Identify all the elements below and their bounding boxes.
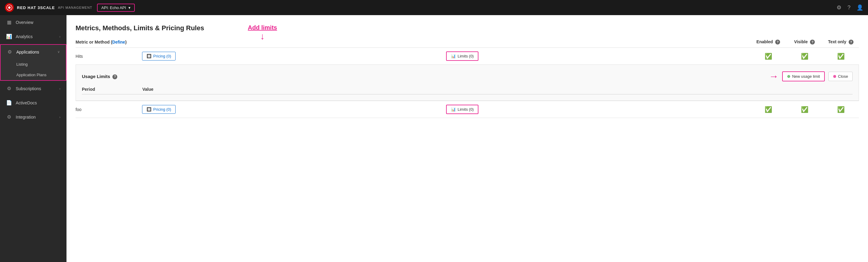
metric-suffix: ) [125, 40, 127, 45]
enabled-cell-hits: ✅ [750, 53, 786, 60]
visible-cell-foo: ✅ [786, 106, 823, 113]
sidebar-item-label: Applications [16, 50, 54, 55]
new-usage-arrow-icon: → [769, 71, 779, 82]
metric-name-hits: Hits [75, 54, 142, 59]
api-selector[interactable]: API: Echo API ▾ [97, 4, 135, 12]
caret-icon: ▾ [128, 5, 130, 10]
chevron-right-icon: › [59, 115, 60, 119]
metric-row-hits: Hits 🔲 Pricing (0) 📊 Limits (0) ✅ [75, 48, 859, 101]
textonly-check-foo: ✅ [837, 106, 845, 113]
sidebar-sub-item-application-plans[interactable]: Application Plans [1, 69, 66, 80]
add-limits-arrow: ↓ [260, 32, 265, 41]
textonly-check-hits: ✅ [837, 53, 845, 60]
limits-chart-icon-foo: 📊 [451, 107, 456, 112]
col-metric-header: Metric or Method (Define) [75, 40, 142, 45]
limits-button-foo[interactable]: 📊 Limits (0) [446, 105, 478, 114]
col-pricing-cell-foo: 🔲 Pricing (0) [142, 105, 446, 114]
period-header: Period [82, 87, 142, 92]
sidebar-item-label: Analytics [16, 34, 56, 39]
value-header: Value [142, 87, 852, 92]
activedocs-icon: 📄 [6, 100, 12, 106]
pricing-icon: 🔲 [147, 54, 151, 58]
svg-point-1 [8, 6, 10, 9]
sidebar-sub-applications: Listing Application Plans [1, 59, 66, 80]
col-visible-header: Visible ? [786, 39, 823, 45]
visible-help-icon[interactable]: ? [810, 40, 815, 45]
user-icon[interactable]: 👤 [857, 4, 863, 11]
pricing-button-foo[interactable]: 🔲 Pricing (0) [142, 105, 176, 114]
brand-logo [5, 3, 14, 12]
enabled-check-foo: ✅ [765, 106, 772, 113]
metric-label: Metric or Method ( [75, 40, 112, 45]
application-plans-label: Application Plans [16, 72, 46, 77]
col-limits-cell-hits: 📊 Limits (0) [446, 52, 750, 61]
chevron-right-icon: › [59, 35, 60, 38]
metric-row-hits-main: Hits 🔲 Pricing (0) 📊 Limits (0) ✅ [75, 48, 859, 64]
textonly-help-icon[interactable]: ? [849, 40, 854, 45]
pricing-button-hits[interactable]: 🔲 Pricing (0) [142, 52, 176, 60]
sidebar-group-applications: ⚙ Applications ∨ Listing Application Pla… [0, 44, 66, 81]
enabled-help-icon[interactable]: ? [775, 40, 780, 45]
define-link[interactable]: Define [112, 40, 125, 45]
plus-icon: ⊕ [787, 74, 790, 79]
help-icon[interactable]: ? [847, 4, 850, 11]
sidebar: ▦ Overview 📊 Analytics › ⚙ Applications … [0, 15, 66, 262]
pricing-label: Pricing (0) [153, 54, 171, 58]
sidebar-item-overview[interactable]: ▦ Overview [0, 15, 66, 29]
sidebar-item-activedocs[interactable]: 📄 ActiveDocs [0, 96, 66, 110]
textonly-cell-hits: ✅ [823, 53, 859, 60]
metric-row-foo-main: foo 🔲 Pricing (0) 📊 Limits (0) ✅ [75, 101, 859, 118]
sidebar-item-integration[interactable]: ⚙ Integration › [0, 110, 66, 124]
gear-icon[interactable]: ⚙ [837, 4, 841, 11]
enabled-cell-foo: ✅ [750, 106, 786, 113]
subscriptions-icon: ⚙ [6, 86, 12, 91]
sidebar-item-label: Overview [16, 20, 60, 25]
enabled-check-hits: ✅ [765, 53, 772, 60]
pricing-icon-foo: 🔲 [147, 107, 151, 112]
close-label: Close [838, 74, 848, 79]
analytics-icon: 📊 [6, 34, 12, 39]
nav-icons: ⚙ ? 👤 [837, 4, 863, 11]
close-x-icon: ⊗ [833, 74, 836, 79]
sidebar-item-label: Subscriptions [16, 86, 56, 91]
limits-label-foo: Limits (0) [458, 107, 473, 112]
visible-check-foo: ✅ [801, 106, 808, 113]
sidebar-item-analytics[interactable]: 📊 Analytics › [0, 29, 66, 43]
add-limits-annotation: Add limits ↓ [248, 24, 277, 41]
pricing-label-foo: Pricing (0) [153, 107, 171, 112]
usage-limits-section: Usage Limits ? → ⊕ New usage limit ⊗ Clo… [75, 64, 859, 101]
textonly-cell-foo: ✅ [823, 106, 859, 113]
usage-table-header: Period Value [82, 87, 852, 94]
main-content: Add limits ↓ Metrics, Methods, Limits & … [66, 15, 868, 262]
new-limit-label: New usage limit [792, 74, 820, 79]
sidebar-item-label: Integration [16, 115, 56, 119]
visible-cell-hits: ✅ [786, 53, 823, 60]
table-header: Metric or Method (Define) Enabled ? Visi… [75, 39, 859, 48]
sidebar-item-subscriptions[interactable]: ⚙ Subscriptions › [0, 81, 66, 96]
top-nav: RED HAT 3SCALE API MANAGEMENT API: Echo … [0, 0, 868, 15]
col-pricing-cell-hits: 🔲 Pricing (0) [142, 52, 446, 60]
listing-label: Listing [16, 62, 28, 66]
integration-icon: ⚙ [6, 114, 12, 120]
sidebar-item-applications[interactable]: ⚙ Applications ∨ [1, 45, 66, 59]
limits-label: Limits (0) [458, 54, 473, 58]
add-limits-label: Add limits [248, 24, 277, 31]
usage-limits-help-icon[interactable]: ? [113, 75, 117, 79]
overview-icon: ▦ [6, 19, 12, 25]
brand: RED HAT 3SCALE API MANAGEMENT [5, 3, 92, 12]
usage-limits-header: Usage Limits ? → ⊕ New usage limit ⊗ Clo… [82, 71, 852, 82]
sidebar-sub-item-listing[interactable]: Listing [1, 59, 66, 69]
applications-icon: ⚙ [7, 49, 13, 55]
close-button[interactable]: ⊗ Close [829, 72, 852, 81]
page-title: Metrics, Methods, Limits & Pricing Rules [75, 24, 859, 32]
sidebar-item-label: ActiveDocs [16, 100, 60, 105]
usage-limits-title: Usage Limits [82, 74, 110, 79]
new-usage-limit-button[interactable]: ⊕ New usage limit [782, 71, 825, 81]
api-selector-label: API: Echo API [101, 5, 126, 10]
chevron-down-icon: ∨ [57, 50, 60, 54]
col-textonly-header: Text only ? [823, 39, 859, 45]
chevron-right-icon: › [59, 87, 60, 90]
limits-button-hits[interactable]: 📊 Limits (0) [446, 52, 478, 61]
brand-name: RED HAT 3SCALE [17, 5, 55, 10]
visible-check-hits: ✅ [801, 53, 808, 60]
